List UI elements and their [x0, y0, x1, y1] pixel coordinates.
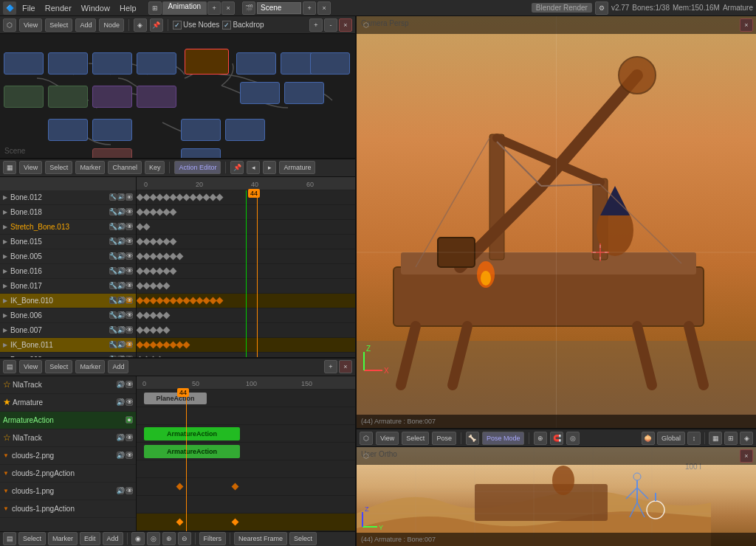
node-box-2[interactable] [48, 52, 88, 75]
nla-add-menu[interactable]: Add [108, 360, 128, 373]
render-settings-icon[interactable]: ⚙ [595, 1, 608, 15]
bottom-icon2[interactable]: ◎ [147, 532, 160, 545]
vis-icon[interactable]: 👁 [126, 356, 133, 357]
nla-view-menu[interactable]: View [19, 360, 42, 373]
transform-global-btn[interactable]: Global [657, 432, 685, 445]
transform-icon[interactable]: ↕ [687, 432, 701, 445]
node-box-13[interactable] [284, 82, 324, 104]
scene-input[interactable] [257, 2, 301, 14]
node-box-11[interactable] [137, 86, 176, 108]
node-node-menu[interactable]: Node [99, 18, 124, 32]
node-box-selected[interactable] [185, 49, 229, 75]
node-box-1[interactable] [4, 52, 44, 75]
bottom-edit-menu[interactable]: Edit [80, 532, 100, 545]
node-box-4[interactable] [137, 52, 176, 75]
track-Bone015[interactable]: ▶ Bone.015 🔧 🔊 👁 [0, 235, 136, 249]
overlay-icon1[interactable]: ▦ [709, 432, 722, 445]
action-pin-icon[interactable]: 📌 [230, 161, 244, 174]
nla-select-menu[interactable]: Select [45, 360, 72, 373]
bottom-icon1[interactable]: ◉ [131, 532, 145, 545]
mute-icon[interactable]: 🔊 [117, 267, 125, 274]
workspace-tab-animation[interactable]: Animation [162, 1, 207, 15]
bottom-icon3[interactable]: ⊕ [162, 532, 176, 545]
node-add-menu[interactable]: Add [75, 18, 96, 32]
add-workspace-btn[interactable]: + [207, 1, 221, 15]
nla-strip-armatureaction[interactable]: ArmatureAction [144, 427, 240, 440]
bottom-add-menu[interactable]: Add [103, 532, 123, 545]
menu-help[interactable]: Help [115, 3, 141, 13]
nla-track-clouds2action[interactable]: ▼ clouds-2.pngAction [0, 465, 136, 483]
nla-close[interactable]: × [339, 360, 352, 373]
scene-add[interactable]: + [303, 1, 316, 15]
menu-file[interactable]: File [18, 3, 40, 13]
nla-strip-planeaction[interactable]: PlaneAction [144, 393, 207, 404]
node-box-14[interactable] [48, 119, 88, 141]
node-box-12[interactable] [240, 82, 280, 104]
vis-icon[interactable]: 👁 [126, 223, 133, 230]
node-box-16[interactable] [181, 119, 221, 141]
track-Bone005[interactable]: ▶ Bone.005 🔧 🔊 👁 [0, 249, 136, 264]
remove-workspace-btn[interactable]: × [221, 1, 235, 15]
pose-view-menu[interactable]: View [376, 432, 399, 445]
node-zoom-in[interactable]: + [309, 18, 323, 32]
ortho-close[interactable]: × [740, 449, 753, 463]
visibility-icon[interactable]: 👁 [126, 193, 133, 201]
node-box-3[interactable] [92, 52, 132, 75]
mute-icon[interactable]: 🔊 [117, 381, 124, 388]
node-pin-icon[interactable]: 📌 [150, 18, 163, 32]
vis-icon[interactable]: 👁 [126, 326, 133, 334]
viewport-3d[interactable]: X Z [357, 16, 756, 429]
vis-icon[interactable]: 👁 [126, 208, 133, 215]
scene-remove[interactable]: × [317, 1, 331, 15]
node-box-output[interactable]: OUT [92, 148, 132, 159]
mute-icon[interactable]: 🔊 [117, 282, 125, 289]
nla-track-armatureaction[interactable]: ArmatureAction ● [0, 412, 136, 429]
bottom-filters-btn[interactable]: Filters [199, 532, 227, 545]
action-editor-mode-btn[interactable]: Action Editor [174, 161, 221, 174]
pose-select-menu[interactable]: Select [402, 432, 429, 445]
nla-track-nlatrack2[interactable]: ☆ NlaTrack 🔊 👁 [0, 429, 136, 447]
vis-icon[interactable]: 👁 [126, 398, 133, 406]
mute-icon[interactable]: 🔊 [117, 252, 125, 260]
vis-icon[interactable]: 👁 [126, 452, 133, 459]
viewport-ortho[interactable]: Y Z [357, 447, 756, 546]
action-select-menu[interactable]: Select [45, 161, 72, 174]
mute-icon[interactable]: 🔊 [117, 297, 125, 304]
action-view-menu[interactable]: View [19, 161, 42, 174]
mute-icon[interactable]: 🔊 [117, 223, 125, 230]
keyframe-area[interactable]: 0 20 40 60 80 44 [137, 177, 355, 357]
action-key-menu[interactable]: Key [145, 161, 165, 174]
mute-icon[interactable]: 🔊 [117, 311, 125, 319]
nla-zoom-in[interactable]: + [324, 360, 337, 373]
action-next-icon[interactable]: ▸ [263, 161, 276, 174]
viewport-close[interactable]: × [740, 18, 753, 32]
vis-icon[interactable]: 👁 [126, 311, 133, 319]
pose-mode-btn[interactable]: Pose Mode [482, 432, 525, 445]
node-box-17[interactable] [225, 119, 265, 141]
vis-icon[interactable]: 👁 [126, 434, 133, 441]
mute-icon[interactable]: 🔊 [117, 326, 125, 334]
vis-icon[interactable]: 👁 [126, 381, 133, 388]
vis-icon[interactable]: 👁 [126, 282, 133, 289]
node-box-9[interactable] [48, 86, 88, 108]
node-canvas[interactable]: OUT Scene [0, 34, 355, 158]
vis-icon[interactable]: 👁 [126, 267, 133, 274]
mute-icon[interactable]: 🔊 [117, 434, 124, 441]
menu-render[interactable]: Render [41, 3, 76, 13]
node-box-10[interactable] [92, 86, 132, 108]
mute-icon[interactable]: 🔊 [117, 452, 124, 459]
backdrop-checkbox[interactable] [222, 21, 231, 30]
nearest-frame-btn[interactable]: Nearest Frame [234, 532, 287, 545]
armature-label[interactable]: Armature [279, 161, 315, 174]
track-Bone012[interactable]: ▶ Bone.012 🔧 🔊 👁 [0, 190, 136, 205]
vis-icon[interactable]: 👁 [126, 238, 133, 245]
pose-pose-menu[interactable]: Pose [432, 432, 456, 445]
onion-icon[interactable]: 🧅 [642, 432, 655, 445]
node-box-8[interactable] [4, 86, 44, 108]
use-nodes-checkbox[interactable] [173, 21, 182, 30]
overlay-icon2[interactable]: ⊞ [724, 432, 738, 445]
mute-icon[interactable]: 🔊 [117, 193, 125, 201]
track-Bone007[interactable]: ▶ Bone.007 🔧 🔊 👁 [0, 323, 136, 338]
nla-track-nlatrack1[interactable]: ☆ NlaTrack 🔊 👁 [0, 376, 136, 394]
track-StretchBone013[interactable]: ▶ Stretch_Bone.013 🔧 🔊 👁 [0, 220, 136, 235]
